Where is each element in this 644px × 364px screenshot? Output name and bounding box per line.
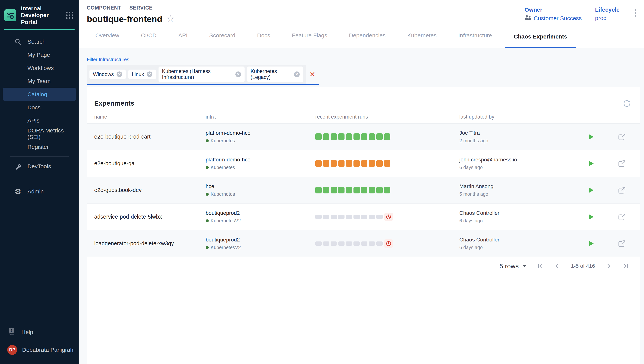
updated-at: 6 days ago <box>459 218 583 224</box>
tabs-bar: OverviewCI/CDAPIScorecardDocsFeature Fla… <box>79 28 644 48</box>
pagination-range: 1-5 of 416 <box>571 263 595 269</box>
remove-chip-icon[interactable]: ✕ <box>294 72 300 77</box>
sidebar-item-admin[interactable]: ⚙ Admin <box>3 185 76 198</box>
run-square-success <box>361 187 367 194</box>
header-left: COMPONENT — SERVICE boutique-frontend ☆ <box>87 5 174 28</box>
apps-grid-icon[interactable] <box>66 12 73 19</box>
table-header-row: nameinfrarecent experiment runslast upda… <box>87 112 640 124</box>
rows-per-page-select[interactable]: 5 rows <box>500 262 526 270</box>
filter-chip[interactable]: Kubernetes (Harness Infrastructure)✕ <box>159 66 244 82</box>
recent-runs-bar[interactable] <box>315 187 459 194</box>
tab-infrastructure[interactable]: Infrastructure <box>450 32 501 48</box>
sidebar-item-my-page[interactable]: My Page <box>3 48 76 61</box>
filter-chip[interactable]: Kubernetes (Legacy)✕ <box>247 66 303 82</box>
updated-by-cell: Martin Ansong5 months ago <box>459 183 583 197</box>
recent-runs-bar[interactable] <box>315 213 459 221</box>
tab-overview[interactable]: Overview <box>87 32 128 48</box>
brand-underline <box>4 29 75 30</box>
filter-chip-label: Kubernetes (Legacy) <box>251 68 291 80</box>
run-square-failure <box>346 160 352 167</box>
next-page-button[interactable] <box>604 262 613 270</box>
sidebar-item-my-team[interactable]: My Team <box>3 74 76 88</box>
people-icon <box>525 15 531 22</box>
remove-chip-icon[interactable]: ✕ <box>117 72 122 77</box>
tab-ci-cd[interactable]: CI/CD <box>132 32 165 48</box>
run-experiment-button[interactable] <box>586 212 596 222</box>
tab-dependencies[interactable]: Dependencies <box>340 32 394 48</box>
owner-link[interactable]: Customer Success <box>525 15 582 22</box>
runs-cell <box>315 134 459 140</box>
header-right: Owner Customer Success Lifecycle prod <box>525 5 638 28</box>
recent-runs-bar[interactable] <box>315 239 459 248</box>
sidebar-item-docs[interactable]: Docs <box>3 101 76 114</box>
updated-by-name: Martin Ansong <box>459 183 583 190</box>
run-experiment-button[interactable] <box>586 238 596 249</box>
sidebar-item-devtools[interactable]: DevTools <box>3 160 76 173</box>
previous-page-button[interactable] <box>553 262 562 270</box>
filter-chip[interactable]: Windows✕ <box>90 70 126 79</box>
sidebar-item-workflows[interactable]: Workflows <box>3 61 76 74</box>
open-in-new-button[interactable] <box>616 184 628 196</box>
filter-chip-label: Linux <box>132 72 144 77</box>
run-experiment-button[interactable] <box>586 132 596 142</box>
row-actions <box>583 238 640 250</box>
open-in-new-button[interactable] <box>616 158 628 170</box>
sidebar-item-label: Workflows <box>28 65 54 71</box>
remove-chip-icon[interactable]: ✕ <box>147 72 152 77</box>
run-square-success <box>338 134 345 140</box>
run-square-failure <box>361 160 367 167</box>
recent-runs-bar[interactable] <box>315 134 459 140</box>
run-square-failure <box>331 160 337 167</box>
infra-name: boutiqueprod2 <box>206 210 315 216</box>
open-in-new-button[interactable] <box>616 131 628 143</box>
sidebar-item-search[interactable]: Search <box>3 35 76 48</box>
status-dot-icon <box>206 139 209 142</box>
column-header: recent experiment runs <box>315 114 459 123</box>
sidebar-item-register[interactable]: Register <box>3 140 76 154</box>
first-page-button[interactable] <box>535 262 545 270</box>
help-button[interactable]: ? Help <box>0 323 79 341</box>
tab-docs[interactable]: Docs <box>248 32 279 48</box>
run-square-scheduled <box>331 215 337 219</box>
open-in-new-button[interactable] <box>616 238 628 250</box>
tab-scorecard[interactable]: Scorecard <box>200 32 244 48</box>
tab-kubernetes[interactable]: Kubernetes <box>399 32 445 48</box>
sidebar-item-label: Catalog <box>28 91 47 98</box>
experiments-card: Experiments nameinfrarecent experiment r… <box>87 87 640 364</box>
filter-chip[interactable]: Linux✕ <box>128 70 156 79</box>
run-experiment-button[interactable] <box>586 158 596 169</box>
idp-logo-icon <box>4 9 17 21</box>
tab-feature-flags[interactable]: Feature Flags <box>283 32 336 48</box>
infra-type-label: KubernetesV2 <box>211 218 241 224</box>
tab-api[interactable]: API <box>170 32 196 48</box>
updated-at: 6 days ago <box>459 245 583 250</box>
run-square-success <box>331 187 337 194</box>
filter-chip-label: Kubernetes (Harness Infrastructure) <box>162 68 232 80</box>
sidebar-item-label: My Page <box>28 52 50 58</box>
kebab-menu-icon[interactable] <box>633 6 638 20</box>
recent-runs-bar[interactable] <box>315 160 459 167</box>
remove-chip-icon[interactable]: ✕ <box>235 72 241 77</box>
tab-chaos-experiments[interactable]: Chaos Experiments <box>505 33 576 48</box>
infra-type: Kubernetes <box>206 165 315 170</box>
filter-input[interactable]: Windows✕Linux✕Kubernetes (Harness Infras… <box>87 64 319 84</box>
favorite-star-icon[interactable]: ☆ <box>167 14 174 23</box>
clear-filters-icon[interactable]: ✕ <box>306 71 319 78</box>
last-page-button[interactable] <box>621 262 630 270</box>
help-label: Help <box>21 329 33 336</box>
run-square-scheduled <box>338 242 345 246</box>
updated-at: 5 months ago <box>459 191 583 197</box>
infra-type-label: Kubernetes <box>211 165 235 170</box>
sidebar-item-label: Docs <box>28 104 41 111</box>
sidebar-item-catalog[interactable]: Catalog <box>3 88 76 101</box>
filter-infrastructures-link[interactable]: Filter Infrastructures <box>87 57 129 62</box>
sidebar-item-dora-metrics-sei-[interactable]: DORA Metrics (SEI) <box>3 127 76 140</box>
open-in-new-button[interactable] <box>616 211 628 223</box>
run-square-success <box>315 187 321 194</box>
refresh-icon[interactable] <box>622 99 631 108</box>
run-experiment-button[interactable] <box>586 185 596 195</box>
user-menu[interactable]: DP Debabrata Panigrahi <box>0 341 79 359</box>
column-header-actions <box>583 120 640 123</box>
sidebar-item-apis[interactable]: APIs <box>3 114 76 127</box>
main-content: COMPONENT — SERVICE boutique-frontend ☆ … <box>79 0 644 364</box>
